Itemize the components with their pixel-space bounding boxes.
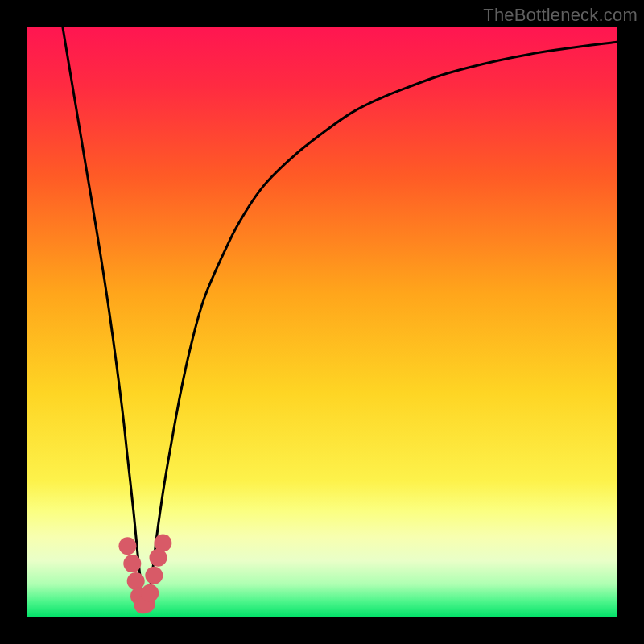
chart-frame: TheBottleneck.com xyxy=(0,0,644,644)
marker-dot xyxy=(118,537,136,555)
marker-dot xyxy=(123,555,141,572)
gradient-background xyxy=(27,27,617,617)
plot-area xyxy=(27,27,617,617)
marker-dot xyxy=(145,567,163,584)
marker-dot xyxy=(141,584,159,602)
watermark-text: TheBottleneck.com xyxy=(483,5,638,26)
bottleneck-chart xyxy=(27,27,617,617)
marker-dot xyxy=(127,572,145,590)
marker-dot xyxy=(154,535,171,552)
